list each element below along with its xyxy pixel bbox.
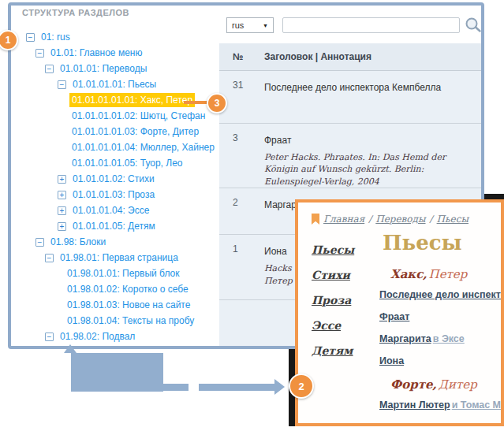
- tree-item-label[interactable]: 01: rus: [39, 30, 73, 44]
- tree-toggle-icon[interactable]: [45, 254, 54, 262]
- breadcrumb-separator: /: [368, 214, 371, 225]
- tree-item[interactable]: 01.01.01.03: Проза: [21, 187, 218, 202]
- language-dropdown[interactable]: rus ▼: [226, 17, 274, 33]
- search-input[interactable]: [282, 17, 460, 33]
- tree-item[interactable]: 01.98.02: Подвал: [21, 329, 218, 344]
- preview-item[interactable]: Маргаритав Эксе: [379, 333, 501, 355]
- tree-item-label[interactable]: 01.98.01.03: Новое на сайте: [65, 298, 192, 312]
- tree-item-label[interactable]: 01.01.01.01.04: Мюллер, Хайнер: [69, 140, 217, 154]
- annotation-arrow-up-head: [64, 344, 77, 353]
- tree-item-label[interactable]: 01.01.01.01.03: Форте, Дитер: [69, 124, 201, 139]
- magnifier-icon: [464, 24, 483, 36]
- tree-item[interactable]: 01.01.01.01.01: Хакс, Петер: [21, 92, 218, 108]
- tree-item[interactable]: 01.01.01.01.03: Форте, Дитер: [21, 124, 218, 139]
- tree-item[interactable]: 01.01: Главное меню: [21, 45, 218, 61]
- tree-item-label[interactable]: 01.01.01.03: Проза: [70, 188, 157, 202]
- tree-toggle-icon[interactable]: [45, 65, 54, 73]
- preview-menu-link[interactable]: Детям: [312, 344, 354, 357]
- tree-item-label[interactable]: 01.01.01: Переводы: [58, 61, 149, 76]
- tree-item-label[interactable]: 01.01: Главное меню: [48, 46, 144, 60]
- tree-item-label[interactable]: 01.01.01.01: Пьесы: [70, 77, 159, 91]
- preview-item[interactable]: Последнее дело инспектора Кемпбелла: [379, 289, 501, 311]
- section-tree: 01: rus 01.01: Главное меню 01.01.01: Пе…: [21, 29, 218, 344]
- chevron-down-icon: ▼: [263, 23, 268, 28]
- preview-item[interactable]: Фраат: [379, 311, 501, 333]
- tree-toggle-icon[interactable]: [58, 175, 66, 184]
- callout-connector-3: [184, 101, 207, 104]
- tree-item-label[interactable]: 01.98.02: Подвал: [58, 329, 137, 344]
- tree-item[interactable]: 01.98.01: Первая страница: [21, 250, 218, 266]
- tree-item[interactable]: 01.98.01.03: Новое на сайте: [21, 297, 218, 313]
- preview-title: Пьесы: [383, 231, 501, 255]
- tree-item-label[interactable]: 01.98.01: Первая страница: [58, 251, 181, 265]
- tree-toggle-icon[interactable]: [58, 80, 66, 89]
- preview-menu-link[interactable]: Стихи: [312, 269, 354, 281]
- tree-toggle-icon[interactable]: [58, 222, 66, 231]
- tree-toggle-icon[interactable]: [35, 49, 44, 58]
- annotation-arrow-dash: [163, 384, 189, 391]
- table-row[interactable]: 3 Фраат Peter Hacks. Phraates. In: Das H…: [219, 123, 481, 188]
- preview-item[interactable]: Иона: [379, 355, 501, 377]
- tree-item[interactable]: 01.01.01.04: Эссе: [21, 202, 218, 218]
- tree-item-label[interactable]: 01.01.01.01.02: Шютц, Стефан: [69, 109, 207, 123]
- tree-toggle-icon[interactable]: [35, 238, 44, 247]
- tree-item[interactable]: 01.01.01.01.05: Туор, Лео: [21, 155, 218, 171]
- row-number: 1: [219, 243, 255, 299]
- tree-item-label[interactable]: 01.98.01.04: Тексты на пробу: [65, 314, 196, 328]
- tree-item-label[interactable]: 01.01.01.01.05: Туор, Лео: [69, 156, 185, 170]
- row-number: 2: [219, 197, 255, 234]
- preview-item[interactable]: Мартин Лютери Томас М: [379, 399, 501, 422]
- column-title-annotation: Заголовок | Аннотация: [264, 51, 371, 62]
- tree-toggle-icon[interactable]: [58, 191, 66, 199]
- preview-menu-link[interactable]: Проза: [312, 294, 354, 307]
- tree-item[interactable]: 01.98.01.04: Тексты на пробу: [21, 313, 218, 329]
- row-title[interactable]: Иона: [264, 246, 287, 257]
- tree-item[interactable]: 01.98: Блоки: [21, 234, 218, 250]
- tree-item-label[interactable]: 01.01.01.05: Детям: [70, 219, 158, 233]
- preview-menu-link[interactable]: Эссе: [312, 319, 354, 332]
- row-title[interactable]: Фраат: [264, 135, 291, 146]
- search-button[interactable]: [461, 16, 485, 36]
- tree-item[interactable]: 01.01.01.01.02: Шютц, Стефан: [21, 108, 218, 124]
- preview-item-list: Хакс,Петер Последнее дело инспектора Кем…: [379, 267, 501, 426]
- tree-toggle-icon[interactable]: [45, 333, 54, 341]
- tree-item[interactable]: 01.01.01.05: Детям: [21, 218, 218, 234]
- breadcrumb-link-plays[interactable]: Пьесы: [437, 214, 469, 225]
- tree-toggle-icon[interactable]: [26, 33, 35, 42]
- preview-item[interactable]: Форте,Дитер: [390, 377, 501, 399]
- page-title: СТРУКТУРА РАЗДЕЛОВ: [22, 8, 129, 17]
- annotation-arrow-line: [199, 384, 274, 391]
- tree-item-label[interactable]: 01.01.01.02: Стихи: [70, 172, 157, 186]
- preview-menu-link[interactable]: Пьесы: [312, 243, 354, 256]
- screenshot-root: СТРУКТУРА РАЗДЕЛОВ rus ▼ 01: rus: [0, 0, 504, 431]
- tree-item[interactable]: 01: rus: [21, 29, 218, 45]
- tree-item-label[interactable]: 01.01.01.04: Эссе: [70, 203, 151, 217]
- preview-content: Пьесы Хакс,Петер Последнее дело инспекто…: [379, 231, 501, 426]
- breadcrumb-separator: /: [430, 214, 433, 225]
- tree-item-label[interactable]: 01.01.01.01.01: Хакс, Петер: [69, 93, 195, 107]
- tree-toggle-icon[interactable]: [58, 206, 66, 215]
- breadcrumb-link-home[interactable]: Главная: [323, 214, 364, 225]
- breadcrumb: Главная / Переводы / Пьесы: [312, 214, 469, 225]
- tree-item[interactable]: 01.01.01.01.04: Мюллер, Хайнер: [21, 139, 218, 155]
- column-number: №: [219, 51, 255, 62]
- callout-badge-2: 2: [289, 373, 314, 399]
- preview-item[interactable]: Хакс,Петер: [390, 267, 501, 289]
- row-annotation: Peter Hacks. Phraates. In: Das Hemd der …: [264, 151, 475, 188]
- row-title[interactable]: Последнее дело инспектора Кемпбелла: [264, 82, 441, 93]
- bookmark-icon: [312, 214, 319, 225]
- breadcrumb-link-translations[interactable]: Переводы: [375, 214, 425, 225]
- annotation-arrow-block: [71, 353, 163, 392]
- tree-item[interactable]: 01.01.01.02: Стихи: [21, 171, 218, 187]
- tree-item[interactable]: 01.98.01.01: Первый блок: [21, 266, 218, 281]
- tree-item[interactable]: 01.01.01: Переводы: [21, 61, 218, 76]
- preview-item[interactable]: Мюллер,Хайнер: [390, 422, 501, 426]
- row-number: 3: [219, 132, 255, 188]
- tree-item-label[interactable]: 01.98.01.01: Первый блок: [65, 266, 181, 281]
- tree-item-label[interactable]: 01.98: Блоки: [48, 235, 108, 249]
- tree-item[interactable]: 01.98.01.02: Коротко о себе: [21, 281, 218, 297]
- tree-item-label[interactable]: 01.98.01.02: Коротко о себе: [65, 282, 191, 296]
- table-header: № Заголовок | Аннотация: [219, 43, 481, 71]
- table-row[interactable]: 31 Последнее дело инспектора Кемпбелла: [219, 71, 481, 123]
- tree-item[interactable]: 01.01.01.01: Пьесы: [21, 76, 218, 92]
